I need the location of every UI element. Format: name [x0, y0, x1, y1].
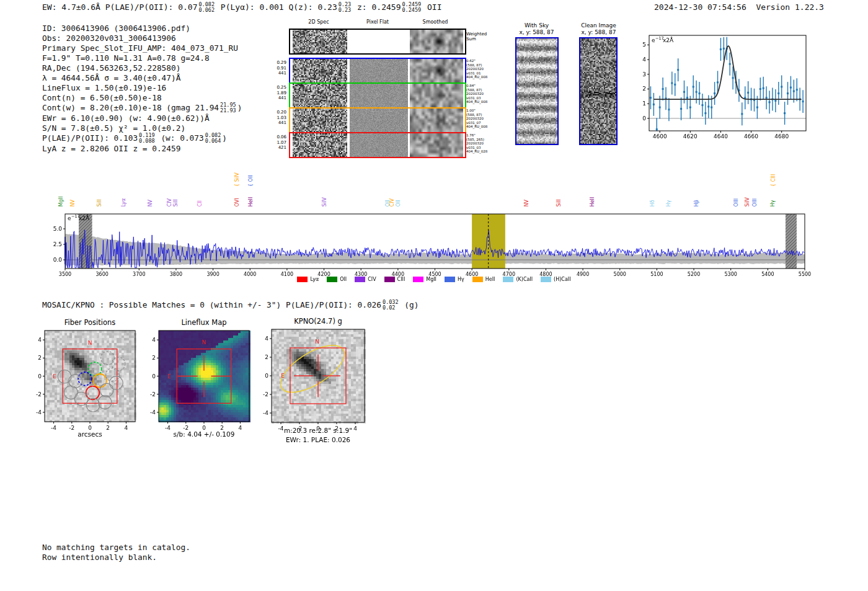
detection-summary-block: ID: 3006413906 (3006413906.pdf)Obs: 2020… [42, 24, 242, 154]
stats-text: z: 0.2459 [352, 2, 401, 12]
spectrum-legend: LyαOIICIVCIIIMgIIHγHeII(K)CaII(H)CaII [260, 277, 608, 282]
lineflux-map-plot [150, 325, 257, 437]
spec2d-row-3-left-labels: 0.201.03441 [270, 110, 286, 126]
full-spectrum-plot [38, 207, 820, 285]
summary-line-9: EWr = 6.10(±0.90) (w: 4.90(±0.62))Å [42, 113, 242, 123]
legend-swatch [472, 277, 483, 282]
summary-11-text: P(LAE)/P(OII): 0.103 [42, 133, 138, 143]
summary-line-1: Obs: 20200320v031_3006413906 [42, 33, 242, 43]
summary-7-text: Cont(n) = 6.50(±0.50)e-18 [42, 93, 162, 102]
col-header-pixel-flat: Pixel Flat [348, 19, 407, 25]
with-sky-coords: x, y: 588, 87 [510, 29, 563, 36]
summary-10-text: S/N = 7.8(±0.5) χ² = 1.0(±0.2) [42, 123, 185, 133]
with-sky-title: With Sky [510, 22, 563, 29]
footer-line-2: Row intentionally blank. [42, 553, 190, 562]
summary-line-6: LineFlux = 1.50(±0.19)e-16 [42, 83, 242, 93]
spec2d-row-4-left-labels: 0.061.07421 [270, 135, 286, 151]
legend-item-hγ: Hγ [445, 277, 464, 282]
spec2d-row-3-smooth [410, 109, 463, 132]
summary-11-uncertainty: 0.1190.088 [139, 133, 155, 143]
legend-swatch [413, 277, 423, 282]
spec2d-row-0 [289, 29, 466, 55]
legend-item-oii: OII [327, 277, 347, 282]
elixer-report-page: EW: 4.7±0.6Å P(LAE)/P(OII): 0.070.0820.0… [0, 0, 868, 591]
spec2d-row-2-smooth [410, 84, 463, 107]
legend-item-mgii: MgII [413, 277, 436, 282]
summary-11-text: (w: 0.073 [156, 133, 204, 143]
summary-1-text: Obs: 20200320v031_3006413906 [42, 33, 176, 43]
summary-line-3: F=1.9" T=0.110 N=1.31 A=0.78 g=24.8 [42, 53, 242, 63]
spec2d-row-4 [289, 132, 466, 158]
spec2d-row-3-right-labels: 1.00"(588, 87)20200320v031_07404_RU_008 [466, 109, 494, 129]
stats-text: P(Lyα): 0.001 Q(z): 0.23 [216, 2, 337, 12]
legend-item-civ: CIV [355, 277, 376, 282]
fiber-positions-xlabel: arcsecs [46, 430, 133, 438]
legend-swatch [541, 277, 551, 282]
spec2d-row-1-left-labels: 0.290.91441 [270, 60, 286, 76]
stats-text: EW: 4.7±0.6Å P(LAE)/P(OII): 0.07 [42, 2, 197, 12]
legend-item-lyα: Lyα [297, 277, 319, 282]
spec2d-row-1-spec [293, 59, 347, 82]
summary-line-4: RA,Dec (194.563263,52.228580) [42, 63, 242, 73]
spec2d-row-4-right-labels: 1.76"(585, 265)20200320v031_03404_RU_028 [466, 133, 494, 154]
summary-line-12: LyA z = 2.8206 OII z = 0.2459 [42, 144, 242, 154]
spec2d-row-0-smooth [410, 30, 463, 53]
clean-image [580, 38, 616, 144]
col-header-2d-spec: 2D Spec [291, 19, 346, 25]
legend-item-ciii: CIII [384, 277, 405, 282]
spec2d-row-1 [289, 58, 466, 84]
kpno-cutout-plot [263, 325, 373, 438]
spec2d-row-3-flat [350, 109, 408, 132]
with-sky-header: With Sky x, y: 588, 87 [510, 22, 563, 36]
header-datetime-block: 2024-12-30 07:54:56 Version 1.22.3 [654, 2, 824, 12]
legend-item-heii: HeII [472, 277, 495, 282]
match-uncertainty: 0.0320.02 [383, 300, 399, 310]
stats-uncertainty: 0.24590.2459 [402, 2, 421, 12]
summary-8-text: ) [237, 103, 242, 112]
summary-3-text: F=1.9" T=0.110 N=1.31 A=0.78 g=24.8 [42, 53, 210, 63]
clean-image-title: Clean Image [572, 22, 625, 29]
summary-8-text: Cont(w) = 8.20(±0.10)e-18 (gmag 21.94 [42, 103, 219, 112]
spec2d-row-2-left-labels: 0.251.89441 [270, 85, 286, 101]
legend-swatch [503, 277, 513, 282]
legend-swatch [445, 277, 455, 282]
spec2d-row-1-flat [350, 59, 408, 82]
summary-line-2: Primary Spec_Slot_IFU_AMP: 404_073_071_R… [42, 43, 242, 53]
legend-label: Hγ [458, 277, 464, 282]
legend-swatch [297, 277, 308, 282]
line-label-siiv-8: { SiIV [234, 172, 240, 187]
spec2d-row-1-right-labels: 0.62"(588, 87)20200320v031_01404_RU_008 [466, 59, 494, 79]
spec2d-row-2 [289, 82, 466, 109]
spec2d-row-3-spec [293, 109, 347, 132]
summary-line-11: P(LAE)/P(OII): 0.1030.1190.088 (w: 0.073… [42, 133, 242, 144]
spec2d-row-4-spec [293, 133, 347, 157]
summary-5-text: λ = 4644.56Å σ = 3.40(±0.47)Å [42, 73, 180, 82]
with-sky-image [516, 38, 557, 144]
clean-image-coords: x, y: 588, 87 [572, 29, 625, 36]
summary-4-text: RA,Dec (194.563263,52.228580) [42, 63, 180, 73]
summary-0-text: ID: 3006413906 (3006413906.pdf) [42, 24, 190, 33]
legend-label: OII [340, 277, 347, 282]
col-header-smoothed: Smoothed [409, 19, 462, 25]
legend-label: (H)CaII [554, 277, 570, 282]
legend-label: (K)CaII [516, 277, 533, 282]
header-stats-line: EW: 4.7±0.6Å P(LAE)/P(OII): 0.070.0820.0… [42, 2, 442, 13]
line-label-oii-10: { OII [248, 175, 254, 187]
match-text: (g) [400, 300, 419, 309]
summary-12-text: LyA z = 2.8206 OII z = 0.2459 [42, 144, 180, 153]
line-fit-inset-plot [639, 30, 818, 141]
spec2d-row-2-flat [350, 84, 408, 107]
summary-line-0: ID: 3006413906 (3006413906.pdf) [42, 24, 242, 33]
spec2d-row-2-spec [293, 84, 347, 107]
stats-uncertainty: 0.0820.062 [198, 2, 215, 12]
spec2d-row-2-right-labels: 0.84"(588, 87)20200320v031_03404_RU_008 [466, 84, 494, 104]
legend-label: Lyα [310, 277, 319, 282]
legend-label: CIV [368, 277, 376, 282]
stats-text: OII [422, 2, 441, 12]
clean-image-header: Clean Image x, y: 588, 87 [572, 22, 625, 36]
footer-notes: No matching targets in catalog. Row inte… [42, 543, 190, 562]
with-sky-cutout [515, 37, 559, 145]
spec2d-row-0-spec [293, 30, 347, 53]
fiber-positions-plot [36, 325, 144, 437]
summary-line-5: λ = 4644.56Å σ = 3.40(±0.47)Å [42, 73, 242, 83]
